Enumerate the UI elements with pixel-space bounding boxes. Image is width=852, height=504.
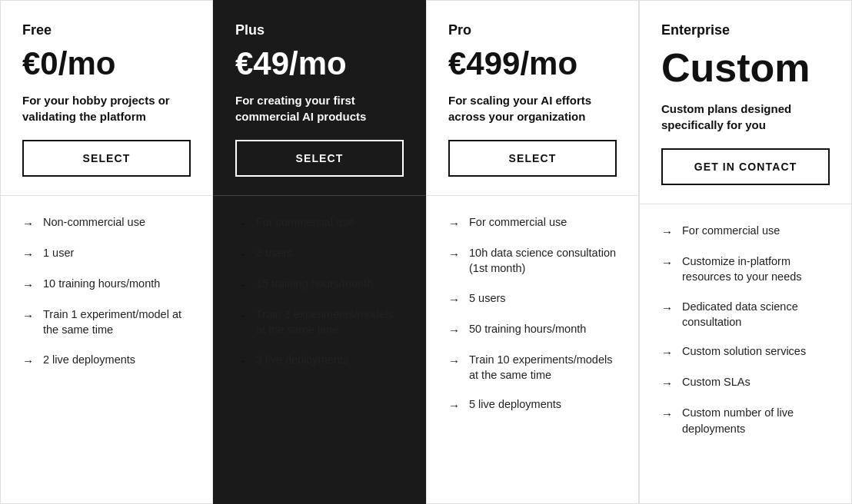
plan-header-pro: Pro€499/moFor scaling your AI efforts ac…: [427, 1, 638, 196]
feature-text: Train 3 experiments/models at the same t…: [256, 307, 404, 338]
feature-item: →Custom SLAs: [661, 374, 830, 391]
feature-item: →Custom number of live deployments: [661, 405, 830, 436]
feature-item: →5 live deployments: [448, 396, 617, 413]
arrow-icon: →: [22, 353, 34, 369]
arrow-icon: →: [235, 246, 247, 262]
arrow-icon: →: [235, 277, 247, 293]
feature-text: Customize in-platform resources to your …: [682, 254, 830, 285]
feature-text: 50 training hours/month: [469, 321, 617, 337]
feature-item: →For commercial use: [661, 223, 830, 240]
plan-header-plus: Plus€49/moFor creating your first commer…: [214, 1, 425, 196]
feature-text: 15 training hours/month: [256, 276, 404, 291]
arrow-icon: →: [661, 254, 673, 270]
feature-item: →For commercial use: [448, 214, 617, 231]
arrow-icon: →: [448, 215, 460, 231]
plan-price-free: €0/mo: [22, 46, 191, 81]
plan-card-enterprise: EnterpriseCustomCustom plans designed sp…: [639, 0, 852, 504]
feature-item: →For commercial use: [235, 214, 404, 231]
arrow-icon: →: [661, 300, 673, 316]
feature-item: →1 user: [22, 245, 191, 262]
arrow-icon: →: [661, 375, 673, 391]
plan-description-free: For your hobby projects or validating th…: [22, 92, 191, 124]
feature-text: Custom SLAs: [682, 374, 830, 390]
plan-header-free: Free€0/moFor your hobby projects or vali…: [1, 1, 212, 196]
feature-text: For commercial use: [682, 223, 830, 238]
arrow-icon: →: [448, 291, 460, 307]
feature-item: →3 live deployments: [235, 352, 404, 369]
plan-card-free: Free€0/moFor your hobby projects or vali…: [0, 0, 213, 504]
feature-text: 2 live deployments: [43, 352, 191, 367]
plan-name-free: Free: [22, 22, 191, 38]
feature-item: →Dedicated data science consultation: [661, 299, 830, 330]
plan-features-enterprise: →For commercial use→Customize in-platfor…: [640, 204, 851, 503]
feature-text: Non-commercial use: [43, 214, 191, 230]
feature-text: Custom number of live deployments: [682, 405, 830, 436]
feature-text: 3 live deployments: [256, 352, 404, 367]
feature-item: →2 live deployments: [22, 352, 191, 369]
feature-text: 10h data science consultation (1st month…: [469, 245, 617, 277]
feature-item: →Train 3 experiments/models at the same …: [235, 307, 404, 338]
feature-item: →15 training hours/month: [235, 276, 404, 293]
arrow-icon: →: [235, 307, 247, 323]
plan-name-pro: Pro: [448, 22, 617, 38]
select-button-plus[interactable]: SELECT: [235, 140, 404, 177]
arrow-icon: →: [661, 224, 673, 240]
feature-text: 5 live deployments: [469, 396, 617, 412]
select-button-enterprise[interactable]: GET IN CONTACT: [661, 148, 830, 185]
plan-price-enterprise: Custom: [661, 46, 830, 90]
plan-description-pro: For scaling your AI efforts across your …: [448, 92, 617, 124]
arrow-icon: →: [448, 246, 460, 262]
plan-name-enterprise: Enterprise: [661, 22, 830, 38]
feature-item: →Non-commercial use: [22, 214, 191, 231]
feature-text: 5 users: [469, 290, 617, 306]
feature-item: →10 training hours/month: [22, 276, 191, 293]
plan-header-enterprise: EnterpriseCustomCustom plans designed sp…: [640, 1, 851, 204]
feature-text: 1 user: [43, 245, 191, 260]
feature-item: →50 training hours/month: [448, 321, 617, 338]
feature-item: →Custom solution services: [661, 343, 830, 360]
plan-price-plus: €49/mo: [235, 46, 404, 81]
plan-description-enterprise: Custom plans designed specifically for y…: [661, 101, 830, 133]
feature-item: →Train 10 experiments/models at the same…: [448, 352, 617, 383]
plan-name-plus: Plus: [235, 22, 404, 38]
feature-text: For commercial use: [469, 214, 617, 230]
arrow-icon: →: [22, 215, 34, 231]
pricing-container: Free€0/moFor your hobby projects or vali…: [0, 0, 852, 504]
arrow-icon: →: [661, 344, 673, 360]
plan-features-plus: →For commercial use→3 users→15 training …: [214, 196, 425, 503]
arrow-icon: →: [235, 353, 247, 369]
plan-description-plus: For creating your first commercial AI pr…: [235, 92, 404, 124]
feature-text: Custom solution services: [682, 343, 830, 359]
feature-item: →Customize in-platform resources to your…: [661, 254, 830, 285]
plan-card-plus: Plus€49/moFor creating your first commer…: [213, 0, 426, 504]
arrow-icon: →: [22, 246, 34, 262]
arrow-icon: →: [22, 277, 34, 293]
select-button-pro[interactable]: SELECT: [448, 140, 617, 177]
feature-text: Train 10 experiments/models at the same …: [469, 352, 617, 383]
plan-price-pro: €499/mo: [448, 46, 617, 81]
feature-text: 10 training hours/month: [43, 276, 191, 291]
arrow-icon: →: [235, 215, 247, 231]
feature-item: →3 users: [235, 245, 404, 262]
select-button-free[interactable]: SELECT: [22, 140, 191, 177]
plan-card-pro: Pro€499/moFor scaling your AI efforts ac…: [426, 0, 639, 504]
plan-features-free: →Non-commercial use→1 user→10 training h…: [1, 196, 212, 503]
arrow-icon: →: [22, 307, 34, 323]
feature-text: For commercial use: [256, 214, 404, 230]
feature-item: →5 users: [448, 290, 617, 307]
feature-item: →10h data science consultation (1st mont…: [448, 245, 617, 277]
arrow-icon: →: [661, 406, 673, 422]
feature-text: 3 users: [256, 245, 404, 260]
feature-text: Dedicated data science consultation: [682, 299, 830, 330]
arrow-icon: →: [448, 322, 460, 338]
feature-text: Train 1 experiment/model at the same tim…: [43, 307, 191, 338]
feature-item: →Train 1 experiment/model at the same ti…: [22, 307, 191, 338]
arrow-icon: →: [448, 397, 460, 413]
arrow-icon: →: [448, 353, 460, 369]
plan-features-pro: →For commercial use→10h data science con…: [427, 196, 638, 503]
